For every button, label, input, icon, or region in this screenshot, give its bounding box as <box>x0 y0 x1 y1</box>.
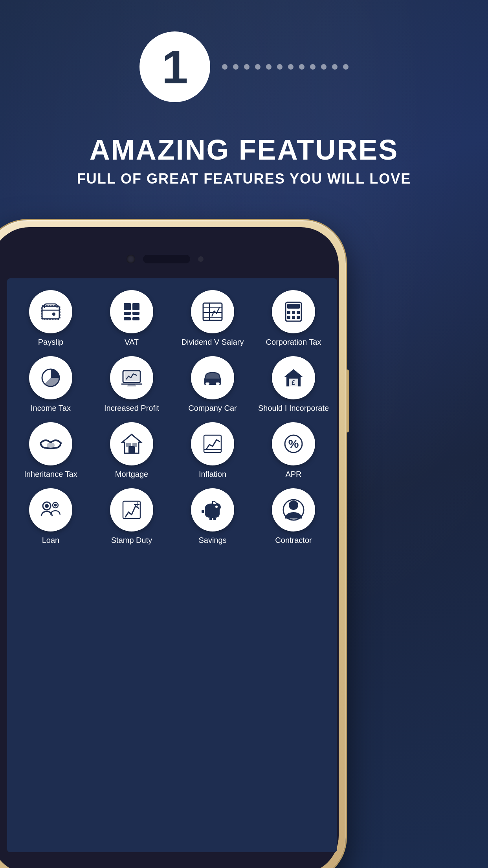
inheritance-tax-label: Inheritance Tax <box>24 469 77 479</box>
svg-point-39 <box>45 504 49 508</box>
app-item-inheritance-tax[interactable]: Inheritance Tax <box>15 422 86 479</box>
dot <box>288 64 294 70</box>
phone-frame: Payslip <box>0 220 346 868</box>
svg-point-1 <box>52 313 55 316</box>
contractor-label: Contractor <box>275 535 312 545</box>
app-grid: Payslip <box>7 278 337 557</box>
app-item-incorporate[interactable]: £ Should I Incorporate <box>258 356 329 413</box>
app-icon-company-car <box>191 356 234 399</box>
step-circle: 1 <box>139 31 210 102</box>
app-icon-savings <box>191 488 234 531</box>
handshake-icon <box>39 432 62 456</box>
app-icon-apr: % <box>272 422 315 465</box>
phone-top-bar <box>127 255 204 263</box>
svg-rect-9 <box>203 303 222 320</box>
app-icon-dividend <box>191 290 234 333</box>
app-item-savings[interactable]: Savings <box>177 488 248 545</box>
app-item-vat[interactable]: VAT <box>96 290 167 347</box>
app-item-payslip[interactable]: Payslip <box>15 290 86 347</box>
svg-rect-20 <box>292 316 295 319</box>
svg-rect-0 <box>42 306 59 319</box>
app-icon-corporation-tax <box>272 290 315 333</box>
phone-bezel: Payslip <box>0 227 339 868</box>
savings-label: Savings <box>198 535 226 545</box>
payslip-label: Payslip <box>38 337 63 347</box>
piggy-bank-icon <box>201 498 224 522</box>
app-item-contractor[interactable]: Contractor <box>258 488 329 545</box>
dot <box>266 64 272 70</box>
calculator-icon <box>282 300 305 324</box>
svg-text:£: £ <box>292 379 295 386</box>
svg-rect-17 <box>292 311 295 314</box>
income-tax-label: Income Tax <box>31 403 71 413</box>
calculator-grid-icon <box>120 300 143 324</box>
house-pound-icon: £ <box>282 366 305 390</box>
pie-chart-icon <box>39 366 62 390</box>
svg-rect-34 <box>204 435 221 452</box>
app-icon-mortgage <box>110 422 153 465</box>
app-icon-stamp-duty <box>110 488 153 531</box>
mortgage-label: Mortgage <box>115 469 149 479</box>
car-icon <box>201 366 224 390</box>
app-icon-incorporate: £ <box>272 356 315 399</box>
svg-rect-26 <box>205 383 209 385</box>
phone-screen: Payslip <box>7 278 337 852</box>
trend-chart-icon <box>120 498 143 522</box>
app-icon-increased-profit <box>110 356 153 399</box>
headline-main: AMAZING FEATURES <box>77 134 411 166</box>
svg-rect-15 <box>287 304 300 309</box>
headline: AMAZING FEATURES FULL OF GREAT FEATURES … <box>77 134 411 187</box>
laptop-chart-icon <box>120 366 143 390</box>
app-icon-vat <box>110 290 153 333</box>
app-item-income-tax[interactable]: Income Tax <box>15 356 86 413</box>
dot <box>299 64 305 70</box>
app-icon-inheritance-tax <box>29 422 72 465</box>
svg-rect-5 <box>124 312 131 315</box>
app-item-inflation[interactable]: Inflation <box>177 422 248 479</box>
app-item-increased-profit[interactable]: Increased Profit <box>96 356 167 413</box>
camera-dot <box>127 255 135 263</box>
app-item-mortgage[interactable]: Mortgage <box>96 422 167 479</box>
vat-label: VAT <box>125 337 139 347</box>
svg-rect-3 <box>124 303 131 310</box>
dot <box>222 64 227 70</box>
top-section: 1 AMAZING FEATURES FULL OF GREAT FEATURE… <box>0 0 488 187</box>
dot <box>255 64 261 70</box>
mic-dot <box>198 256 204 262</box>
app-item-apr[interactable]: % APR <box>258 422 329 479</box>
svg-point-48 <box>289 500 298 510</box>
dot <box>277 64 283 70</box>
stamp-duty-label: Stamp Duty <box>111 535 152 545</box>
apr-label: APR <box>285 469 301 479</box>
line-chart-icon <box>201 432 224 456</box>
dot <box>233 64 238 70</box>
svg-rect-27 <box>216 383 220 385</box>
app-icon-inflation <box>191 422 234 465</box>
svg-rect-19 <box>287 316 290 319</box>
headline-sub: FULL OF GREAT FEATURES YOU WILL LOVE <box>77 171 411 187</box>
app-item-loan[interactable]: Loan <box>15 488 86 545</box>
step-number: 1 <box>162 43 188 90</box>
app-item-stamp-duty[interactable]: Stamp Duty <box>96 488 167 545</box>
app-item-dividend[interactable]: Dividend V Salary <box>177 290 248 347</box>
svg-rect-21 <box>297 316 300 319</box>
dots-row <box>222 64 349 70</box>
speaker-slot <box>143 255 190 263</box>
app-item-company-car[interactable]: Company Car <box>177 356 248 413</box>
svg-rect-6 <box>132 312 139 315</box>
corporation-tax-label: Corporation Tax <box>266 337 321 347</box>
people-circle-icon <box>39 498 62 522</box>
app-icon-loan <box>29 488 72 531</box>
increased-profit-label: Increased Profit <box>104 403 159 413</box>
dividend-label: Dividend V Salary <box>182 337 244 347</box>
svg-text:%: % <box>288 437 299 450</box>
svg-rect-7 <box>124 317 131 320</box>
svg-point-30 <box>47 442 55 449</box>
inflation-label: Inflation <box>199 469 226 479</box>
app-item-corporation-tax[interactable]: Corporation Tax <box>258 290 329 347</box>
svg-rect-18 <box>297 311 300 314</box>
svg-point-41 <box>54 504 57 507</box>
house-icon <box>120 432 143 456</box>
app-icon-payslip <box>29 290 72 333</box>
dot <box>332 64 338 70</box>
